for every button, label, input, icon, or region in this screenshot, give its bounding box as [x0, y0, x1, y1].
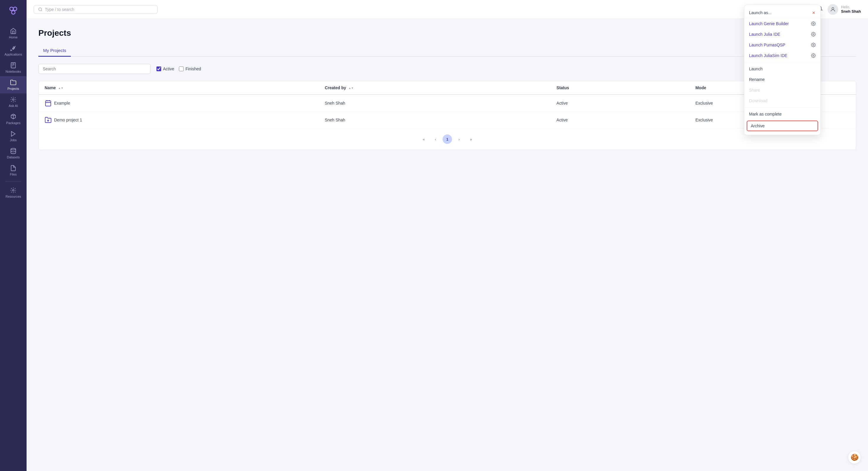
svg-point-21: [48, 120, 49, 121]
sidebar-label-projects: Projects: [7, 87, 19, 90]
jobs-icon: [10, 130, 17, 137]
svg-point-1: [13, 7, 17, 11]
active-checkbox[interactable]: [156, 66, 161, 71]
sidebar-item-notebooks[interactable]: Notebooks: [0, 59, 27, 76]
svg-marker-11: [11, 131, 16, 137]
gear-icon-julia[interactable]: [811, 32, 816, 37]
main-container: Launch Hello, Sneh Shah Projects My Proj…: [27, 0, 868, 471]
svg-point-0: [10, 7, 13, 11]
sidebar-item-projects[interactable]: Projects: [0, 76, 27, 93]
folder-icon: [10, 79, 17, 86]
row-name-demo: Demo project 1: [39, 112, 319, 128]
content: Projects My Projects Active Finished: [27, 19, 868, 471]
dropdown-rename[interactable]: Rename: [744, 74, 820, 85]
row-status-demo: Active: [551, 112, 690, 128]
search-icon: [38, 7, 42, 12]
sidebar-item-jobs[interactable]: Jobs: [0, 128, 27, 145]
svg-point-2: [11, 11, 15, 14]
dropdown-header: Launch as...: [744, 7, 820, 18]
svg-rect-17: [45, 101, 51, 106]
svg-point-27: [813, 55, 814, 56]
svg-line-15: [41, 10, 42, 11]
search-bar[interactable]: [34, 5, 158, 14]
sort-name-icon[interactable]: ▲▼: [58, 87, 63, 90]
sidebar-label-datasets: Datasets: [7, 155, 20, 159]
launch-julia-ide[interactable]: Launch Julia IDE: [744, 29, 820, 39]
filter-finished[interactable]: Finished: [179, 66, 201, 71]
page-first[interactable]: «: [419, 135, 428, 144]
launch-juliasim-ide[interactable]: Launch JuliaSim IDE: [744, 50, 820, 61]
finished-checkbox[interactable]: [179, 66, 184, 71]
sidebar-label-ask-ai: Ask AI: [8, 104, 18, 108]
sidebar-label-notebooks: Notebooks: [6, 70, 21, 73]
table-row[interactable]: Example Sneh Shah Active Exclusive: [39, 94, 856, 112]
filter-bar: Active Finished: [38, 64, 856, 74]
page-prev[interactable]: ‹: [431, 135, 440, 144]
svg-point-25: [813, 34, 814, 35]
sidebar-item-datasets[interactable]: Datasets: [0, 145, 27, 162]
app-logo[interactable]: [7, 5, 19, 18]
search-input[interactable]: [45, 7, 153, 12]
svg-point-12: [11, 148, 16, 150]
projects-table: Name ▲▼ Created by ▲▼ Status Mode: [38, 81, 856, 150]
page-title: Projects: [38, 28, 856, 38]
row-created-by-demo: Sneh Shah: [319, 112, 551, 128]
tab-my-projects[interactable]: My Projects: [38, 45, 71, 57]
header: Launch Hello, Sneh Shah: [27, 0, 868, 19]
gear-icon-pumas[interactable]: [811, 42, 816, 47]
cookie-button[interactable]: 🍪: [848, 451, 861, 464]
resources-icon: [10, 187, 17, 194]
page-last[interactable]: »: [466, 135, 476, 144]
filter-checkboxes: Active Finished: [156, 66, 201, 71]
launch-genie-builder[interactable]: Launch Genie Builder: [744, 18, 820, 29]
user-info[interactable]: Hello, Sneh Shah: [828, 4, 861, 15]
avatar: [828, 4, 838, 15]
page-current[interactable]: 1: [442, 135, 452, 144]
dropdown-mark-complete[interactable]: Mark as complete: [744, 109, 820, 119]
sidebar-item-ask-ai[interactable]: Ask AI: [0, 93, 27, 111]
filter-search-input[interactable]: [38, 64, 151, 74]
filter-active[interactable]: Active: [156, 66, 174, 71]
svg-point-8: [12, 99, 14, 100]
row-status-example: Active: [551, 94, 690, 112]
sort-created-icon[interactable]: ▲▼: [348, 87, 354, 90]
svg-point-16: [832, 7, 834, 9]
table-row[interactable]: Demo project 1 Sneh Shah Active Exclusiv…: [39, 112, 856, 128]
sidebar-divider: [5, 181, 21, 182]
close-icon[interactable]: [812, 11, 816, 15]
sidebar-item-files[interactable]: Files: [0, 162, 27, 179]
dropdown-download: Download: [744, 95, 820, 106]
col-name: Name ▲▼: [39, 81, 319, 94]
sidebar-item-packages[interactable]: Packages: [0, 111, 27, 128]
launch-pumas-qsp[interactable]: Launch PumasQSP: [744, 39, 820, 50]
home-icon: [10, 28, 17, 34]
dropdown-launch[interactable]: Launch: [744, 63, 820, 74]
col-created-by: Created by ▲▼: [319, 81, 551, 94]
row-name-example: Example: [39, 94, 319, 112]
svg-point-13: [12, 189, 14, 191]
folder-settings-icon: [44, 116, 52, 123]
sidebar-label-home: Home: [9, 35, 18, 39]
table-header-row: Name ▲▼ Created by ▲▼ Status Mode: [39, 81, 856, 94]
sidebar-item-applications[interactable]: Applications: [0, 42, 27, 59]
svg-rect-3: [11, 63, 16, 68]
svg-point-14: [39, 8, 42, 11]
ai-icon: [10, 96, 17, 103]
sidebar-item-resources[interactable]: Resources: [0, 184, 27, 201]
col-status: Status: [551, 81, 690, 94]
sidebar-item-home[interactable]: Home: [0, 25, 27, 42]
dropdown-divider-1: [744, 62, 820, 62]
user-greeting: Hello, Sneh Shah: [841, 5, 861, 13]
calendar-icon: [44, 99, 52, 107]
dropdown-menu: Launch as... Launch Genie Builder Launch…: [744, 5, 821, 135]
sidebar-label-resources: Resources: [6, 195, 21, 198]
sidebar: Home Applications Notebooks Projects Ask…: [0, 0, 27, 471]
gear-icon-juliasim[interactable]: [811, 53, 816, 58]
project-name-example: Example: [44, 99, 313, 107]
tabs: My Projects: [38, 45, 856, 57]
page-next[interactable]: ›: [454, 135, 464, 144]
gear-icon-genie[interactable]: [811, 21, 816, 26]
project-name-demo: Demo project 1: [44, 116, 313, 123]
dropdown-archive[interactable]: Archive: [747, 121, 818, 131]
notebook-icon: [10, 62, 17, 68]
